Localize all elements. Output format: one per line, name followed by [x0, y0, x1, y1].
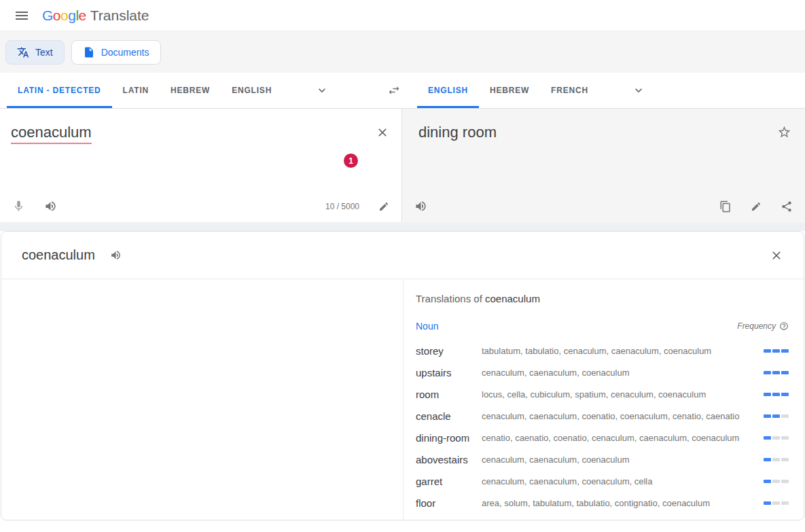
- microphone-icon[interactable]: [12, 200, 25, 213]
- source-lang-hebrew[interactable]: HEBREW: [160, 73, 221, 108]
- share-translation-icon[interactable]: [781, 200, 793, 213]
- translation-row[interactable]: roomlocus, cella, cubiculum, spatium, ce…: [416, 383, 789, 405]
- target-panel: dining room: [402, 109, 805, 222]
- translations-rows: storeytabulatum, tabulatio, cenaculum, c…: [416, 340, 789, 514]
- translation-list: cenaculum, caenaculum, coenaculum: [482, 455, 755, 465]
- frequency-bars: [764, 436, 789, 440]
- frequency-bar: [764, 458, 771, 461]
- frequency-bar: [772, 393, 780, 396]
- character-count: 10 / 5000: [325, 202, 359, 211]
- translation-row[interactable]: garretcenaculum, caenaculum, coenaculum,…: [416, 470, 789, 492]
- logo-letter: e: [79, 7, 86, 23]
- frequency-bar: [772, 414, 780, 418]
- translation-row[interactable]: storeytabulatum, tabulatio, cenaculum, c…: [416, 340, 789, 361]
- notification-badge: 1: [344, 154, 358, 168]
- swap-languages-icon[interactable]: [380, 73, 408, 108]
- frequency-label-text: Frequency: [737, 321, 776, 331]
- translation-list: tabulatum, tabulatio, cenaculum, caenacu…: [482, 346, 755, 356]
- mode-chip-bar: Text Documents: [0, 31, 805, 73]
- translate-panels: coenaculum 1 10 / 5000 dining: [0, 109, 805, 222]
- target-text: dining room: [418, 124, 497, 141]
- logo-letter: G: [42, 7, 53, 23]
- source-toolbar: 10 / 5000: [0, 200, 401, 213]
- suggest-edit-icon[interactable]: [751, 201, 762, 212]
- translate-icon: [17, 46, 29, 58]
- frequency-bars: [764, 393, 789, 396]
- listen-target-icon[interactable]: [414, 200, 427, 213]
- translations-title-prefix: Translations of: [416, 293, 485, 304]
- frequency-bars: [764, 349, 789, 353]
- frequency-help-icon[interactable]: [779, 321, 789, 331]
- frequency-bars: [764, 458, 789, 461]
- translations-pane: Translations of coenaculum Noun Frequenc…: [404, 279, 804, 520]
- logo-letter: o: [60, 7, 68, 23]
- frequency-bar: [764, 501, 771, 505]
- translation-row[interactable]: upstairscenaculum, caenaculum, coenaculu…: [416, 361, 789, 383]
- frequency-bar: [764, 393, 771, 396]
- dictionary-body: Translations of coenaculum Noun Frequenc…: [1, 279, 804, 520]
- target-lang-chevron-down-icon[interactable]: [628, 73, 649, 108]
- translation-word[interactable]: upstairs: [416, 367, 482, 378]
- frequency-bar: [772, 458, 780, 461]
- copy-translation-icon[interactable]: [719, 200, 732, 213]
- google-translate-logo[interactable]: Google Translate: [42, 7, 149, 24]
- target-lang-english[interactable]: ENGLISH: [417, 73, 479, 108]
- source-lang-english[interactable]: ENGLISH: [221, 73, 283, 108]
- translation-list: locus, cella, cubiculum, spatium, cenacu…: [482, 389, 755, 400]
- frequency-bar: [764, 480, 771, 483]
- target-lang-french[interactable]: FRENCH: [540, 73, 599, 108]
- logo-letter: g: [68, 7, 75, 23]
- edit-source-icon[interactable]: [378, 201, 389, 212]
- frequency-bars: [764, 371, 789, 374]
- source-text-area[interactable]: coenaculum: [11, 124, 92, 144]
- translation-row[interactable]: abovestairscenaculum, caenaculum, coenac…: [416, 448, 789, 470]
- frequency-bar: [781, 436, 789, 440]
- source-lang-chevron-down-icon[interactable]: [311, 73, 333, 108]
- frequency-bar: [772, 349, 780, 353]
- frequency-bars: [764, 414, 789, 418]
- save-translation-star-icon[interactable]: [777, 125, 791, 139]
- translation-word[interactable]: abovestairs: [416, 454, 482, 465]
- translation-word[interactable]: floor: [416, 497, 482, 509]
- source-lang-detected[interactable]: LATIN - DETECTED: [7, 73, 112, 108]
- frequency-bar: [781, 414, 789, 418]
- source-panel[interactable]: coenaculum 1 10 / 5000: [0, 109, 402, 222]
- translation-list: cenatio, caenatio, coenatio, cenaculum, …: [482, 433, 755, 443]
- translation-word[interactable]: cenacle: [416, 410, 482, 422]
- translation-row[interactable]: cenaclecenaculum, caenaculum, coenatio, …: [416, 405, 789, 427]
- frequency-bar: [764, 349, 771, 353]
- target-language-tabs: ENGLISH HEBREW FRENCH: [380, 73, 805, 108]
- frequency-bar: [764, 371, 771, 374]
- dictionary-left-pane: [1, 279, 404, 520]
- tab-documents-label: Documents: [101, 47, 149, 58]
- frequency-bar: [781, 458, 789, 461]
- translation-word[interactable]: room: [416, 389, 482, 400]
- translation-word[interactable]: dining-room: [416, 432, 482, 444]
- pos-frequency-row: Noun Frequency: [416, 321, 789, 332]
- frequency-bars: [764, 480, 789, 483]
- frequency-bar: [781, 480, 789, 483]
- frequency-bar: [781, 349, 789, 353]
- translation-word[interactable]: garret: [416, 476, 482, 487]
- translation-row[interactable]: dining-roomcenatio, caenatio, coenatio, …: [416, 427, 789, 448]
- close-dictionary-icon[interactable]: [770, 249, 783, 262]
- source-lang-latin[interactable]: LATIN: [112, 73, 160, 108]
- translation-row[interactable]: floorarea, solum, tabulatum, tabulatio, …: [416, 492, 789, 514]
- frequency-bar: [764, 436, 771, 440]
- section-divider: [0, 222, 805, 231]
- menu-icon[interactable]: [14, 7, 30, 24]
- tab-text[interactable]: Text: [5, 40, 65, 65]
- source-text[interactable]: coenaculum: [11, 124, 92, 144]
- frequency-bars: [764, 501, 789, 505]
- clear-source-icon[interactable]: [376, 126, 389, 139]
- document-icon: [83, 46, 95, 58]
- translation-word[interactable]: storey: [416, 345, 482, 357]
- tab-documents[interactable]: Documents: [71, 40, 161, 65]
- target-lang-hebrew[interactable]: HEBREW: [479, 73, 540, 108]
- listen-word-icon[interactable]: [110, 249, 122, 261]
- logo-letter: o: [53, 7, 60, 23]
- frequency-label: Frequency: [737, 321, 789, 331]
- listen-source-icon[interactable]: [44, 200, 57, 213]
- frequency-bar: [781, 393, 789, 396]
- frequency-bar: [781, 501, 789, 505]
